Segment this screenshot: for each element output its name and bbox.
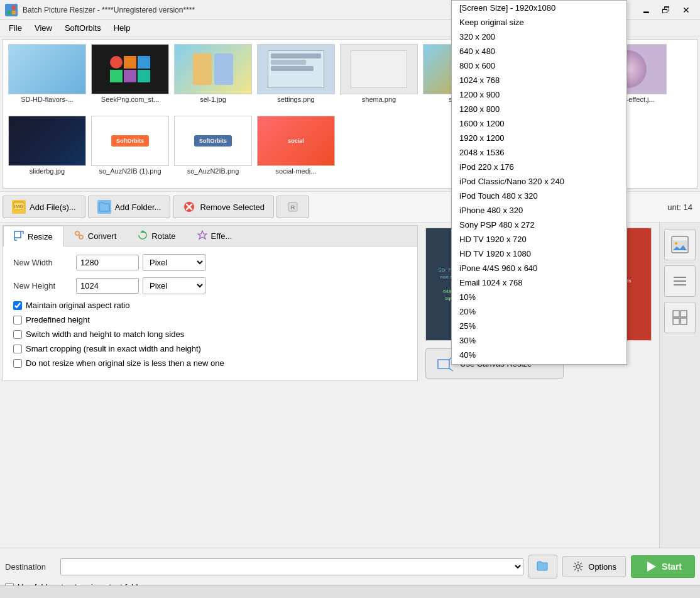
dropdown-item[interactable]: 1024 x 768 (452, 73, 626, 87)
width-unit-select[interactable]: Pixel Percent cm mm inch (143, 254, 205, 271)
predefined-height-checkbox[interactable] (13, 316, 22, 324)
width-row: New Width Pixel Percent cm mm inch (13, 254, 407, 271)
no-upscale-label: Do not resize when original size is less… (26, 358, 224, 368)
new-width-input[interactable] (76, 255, 139, 270)
svg-line-24 (449, 368, 453, 371)
no-upscale-checkbox[interactable] (13, 359, 22, 368)
svg-point-35 (576, 565, 580, 568)
dropdown-item[interactable]: iPod 220 x 176 (452, 160, 626, 174)
thumbnail (340, 44, 418, 94)
close-button[interactable]: ✕ (677, 3, 695, 17)
convert-tab-icon (74, 230, 84, 242)
dropdown-item[interactable]: 640 x 480 (452, 44, 626, 58)
count-label: unt: 14 (662, 200, 697, 214)
maximize-button[interactable]: 🗗 (657, 3, 675, 17)
dropdown-item[interactable]: 10% (452, 290, 626, 304)
svg-rect-33 (673, 318, 679, 324)
tab-rotate[interactable]: Rotate (127, 226, 186, 246)
maintain-aspect-row: Maintain original aspect ratio (13, 301, 407, 310)
list-item[interactable]: settings.png (256, 43, 336, 113)
maintain-aspect-checkbox[interactable] (13, 301, 22, 310)
list-item[interactable]: SoftOrbits so_AuzN2IB (1).png (90, 115, 170, 184)
dropdown-item[interactable]: Keep original size (452, 15, 626, 30)
menu-softorbits[interactable]: SoftOrbits (58, 22, 107, 34)
thumbnail (174, 44, 252, 94)
app-icon (5, 4, 18, 16)
sidebar-images-button[interactable] (664, 229, 696, 260)
list-item[interactable]: SD-HD-flavors-... (7, 43, 87, 113)
remove-selected-button[interactable]: Remove Selected (173, 196, 274, 218)
file-name: settings.png (277, 96, 314, 103)
dropdown-item[interactable]: 1200 x 900 (452, 87, 626, 102)
dropdown-item[interactable]: 25% (452, 319, 626, 333)
thumbnail (8, 44, 86, 94)
dropdown-item[interactable]: 20% (452, 304, 626, 319)
add-files-button[interactable]: IMG Add File(s)... (3, 196, 85, 218)
resize-panel: Resize Convert Rotate (3, 225, 418, 381)
list-item[interactable]: shema.png (339, 43, 419, 113)
switch-dimensions-checkbox[interactable] (13, 330, 22, 339)
sidebar-grid-button[interactable] (664, 302, 696, 333)
dropdown-item[interactable]: HD TV 1920 x 720 (452, 232, 626, 246)
maintain-aspect-label: Maintain original aspect ratio (26, 301, 129, 310)
tab-resize-label: Resize (28, 232, 53, 241)
minimize-button[interactable]: 🗕 (637, 3, 655, 17)
tab-convert[interactable]: Convert (63, 226, 128, 246)
svg-rect-32 (681, 311, 687, 317)
dropdown-item[interactable]: Sony PSP 480 x 272 (452, 218, 626, 232)
dropdown-item[interactable]: Email 1024 x 768 (452, 275, 626, 290)
new-height-input[interactable] (76, 278, 139, 294)
list-item[interactable]: sliderbg.jpg (7, 115, 87, 184)
svg-rect-1 (12, 6, 16, 9)
svg-rect-12 (14, 231, 21, 238)
destination-input[interactable] (60, 558, 523, 575)
svg-text:IMG: IMG (14, 204, 23, 209)
dropdown-item[interactable]: 50% (452, 362, 626, 365)
list-item[interactable]: sel-1.jpg (173, 43, 253, 113)
dropdown-item[interactable]: iPod Touch 480 x 320 (452, 189, 626, 203)
dropdown-item[interactable]: iPod Classic/Nano 320 x 240 (452, 174, 626, 189)
menu-view[interactable]: View (28, 22, 58, 34)
dropdown-item[interactable]: 1600 x 1200 (452, 116, 626, 131)
tab-rotate-label: Rotate (151, 231, 175, 241)
file-name: shema.png (362, 96, 396, 103)
list-item[interactable]: SoftOrbits so_AuzN2IB.png (173, 115, 253, 184)
size-dropdown[interactable]: [Screen Size] - 1920x1080 Keep original … (451, 0, 627, 365)
height-unit-select[interactable]: Pixel Percent cm mm inch (143, 277, 205, 294)
dropdown-item[interactable]: 1280 x 800 (452, 102, 626, 116)
sidebar-list-button[interactable] (664, 265, 696, 297)
rename-button[interactable]: R (276, 196, 309, 218)
dropdown-item[interactable]: 320 x 200 (452, 30, 626, 44)
dropdown-item[interactable]: HD TV 1920 x 1080 (452, 246, 626, 261)
dropdown-item[interactable]: 30% (452, 333, 626, 348)
rotate-tab-icon (138, 230, 148, 242)
menu-file[interactable]: File (3, 22, 28, 34)
file-name: so_AuzN2IB (1).png (99, 167, 161, 175)
add-folder-button[interactable]: Add Folder... (88, 196, 171, 218)
dropdown-item[interactable]: [Screen Size] - 1920x1080 (452, 1, 626, 15)
tab-resize[interactable]: Resize (3, 226, 63, 246)
svg-text:R: R (291, 204, 295, 211)
svg-marker-21 (198, 231, 207, 239)
dropdown-item[interactable]: 40% (452, 348, 626, 362)
dropdown-item[interactable]: 2048 x 1536 (452, 145, 626, 160)
add-folder-icon (97, 200, 111, 214)
list-item[interactable]: SeekPng.com_st... (90, 43, 170, 113)
options-icon (572, 560, 584, 573)
options-button[interactable]: Options (562, 556, 626, 577)
menu-help[interactable]: Help (107, 22, 137, 34)
start-button[interactable]: Start (631, 555, 695, 578)
dropdown-item[interactable]: 800 x 600 (452, 58, 626, 73)
add-files-icon: IMG (12, 200, 26, 214)
window-controls: 🗕 🗗 ✕ (637, 3, 695, 17)
dropdown-item[interactable]: iPone 4/4S 960 x 640 (452, 261, 626, 275)
list-item[interactable]: social social-medi... (256, 115, 336, 184)
dropdown-item[interactable]: iPhone 480 x 320 (452, 203, 626, 218)
tab-convert-label: Convert (88, 231, 117, 241)
smart-cropping-checkbox[interactable] (13, 345, 22, 353)
dropdown-item[interactable]: 1920 x 1200 (452, 131, 626, 145)
switch-dimensions-label: Switch width and height to match long si… (26, 329, 184, 339)
options-label: Options (588, 562, 616, 572)
browse-button[interactable] (528, 555, 557, 579)
tab-effects[interactable]: Effe... (187, 226, 243, 246)
